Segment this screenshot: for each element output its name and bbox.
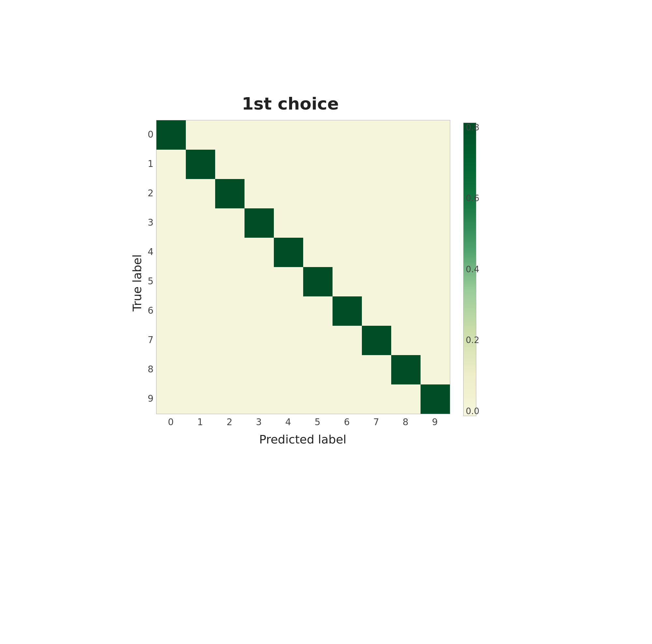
matrix-cell [215, 120, 244, 150]
matrix-cell [420, 326, 450, 355]
matrix-cell [332, 384, 362, 414]
colorbar-tick-label: 0.2 [466, 335, 479, 345]
figure-container: 1st choice True label 0123456789 0123456… [130, 94, 522, 551]
y-tick-label: 4 [148, 237, 154, 267]
x-tick-label: 6 [332, 417, 361, 428]
matrix-cell [362, 384, 391, 414]
matrix-cell [215, 384, 244, 414]
matrix-cell [332, 238, 362, 267]
x-tick-label: 4 [273, 417, 303, 428]
matrix-cell [244, 267, 274, 296]
matrix-cell [362, 179, 391, 208]
x-tick-label: 0 [156, 417, 186, 428]
matrix-cell [244, 355, 274, 384]
matrix-cell [215, 355, 244, 384]
y-tick-label: 9 [148, 384, 154, 413]
matrix-cell [332, 296, 362, 326]
matrix-cell [303, 355, 332, 384]
matrix-cell [303, 120, 332, 150]
matrix-cell [244, 384, 274, 414]
colorbar-tick-label: 0.8 [466, 123, 479, 132]
matrix-cell [274, 267, 303, 296]
matrix-cell [391, 267, 420, 296]
matrix-cell [391, 179, 420, 208]
matrix-cell [391, 296, 420, 326]
matrix-cell [274, 179, 303, 208]
matrix-cell [186, 267, 215, 296]
y-tick-label: 2 [148, 179, 154, 208]
chart-title: 1st choice [242, 94, 339, 113]
matrix-cell [391, 238, 420, 267]
y-tick-label: 7 [148, 325, 154, 355]
matrix-cell [420, 208, 450, 238]
matrix-cell [420, 179, 450, 208]
matrix-cell [186, 296, 215, 326]
matrix-cell [157, 150, 186, 179]
matrix-cell [157, 208, 186, 238]
matrix-cell [362, 208, 391, 238]
x-tick-label: 8 [391, 417, 420, 428]
y-tick-label: 8 [148, 355, 154, 384]
matrix-cell [362, 296, 391, 326]
matrix-cell [303, 208, 332, 238]
matrix-cell [303, 384, 332, 414]
matrix-cell [420, 296, 450, 326]
matrix-cell [186, 238, 215, 267]
x-tick-label: 1 [186, 417, 215, 428]
matrix-cell [274, 150, 303, 179]
y-tick-label: 0 [148, 120, 154, 149]
matrix-cell [303, 179, 332, 208]
matrix-cell [274, 326, 303, 355]
matrix-cell [332, 179, 362, 208]
matrix-cell [303, 150, 332, 179]
matrix-cell [215, 150, 244, 179]
matrix-cell [244, 150, 274, 179]
matrix-cell [274, 120, 303, 150]
matrix-cell [186, 326, 215, 355]
matrix-cell [362, 267, 391, 296]
matrix-cell [215, 296, 244, 326]
confusion-matrix [156, 120, 450, 414]
matrix-cell [420, 238, 450, 267]
colorbar-wrapper: 0.80.60.40.20.0 [463, 123, 476, 416]
x-tick-labels: 0123456789 [156, 417, 450, 428]
matrix-cell [244, 238, 274, 267]
matrix-cell [420, 384, 450, 414]
matrix-cell [215, 179, 244, 208]
matrix-cell [157, 179, 186, 208]
matrix-cell [420, 267, 450, 296]
x-axis-label: Predicted label [156, 433, 450, 446]
y-tick-label: 6 [148, 296, 154, 325]
x-tick-label: 7 [361, 417, 391, 428]
matrix-cell [186, 384, 215, 414]
matrix-cell [186, 120, 215, 150]
matrix-cell [186, 208, 215, 238]
colorbar-container: 0.80.60.40.20.0 [463, 123, 476, 416]
matrix-cell [186, 355, 215, 384]
matrix-cell [244, 296, 274, 326]
matrix-cell [303, 267, 332, 296]
colorbar-tick-label: 0.0 [466, 406, 479, 416]
y-axis-label: True label [130, 254, 144, 312]
matrix-cell [157, 238, 186, 267]
matrix-cell [332, 326, 362, 355]
y-tick-label: 1 [148, 149, 154, 179]
matrix-cell [303, 326, 332, 355]
matrix-cell [157, 355, 186, 384]
matrix-cell [332, 267, 362, 296]
y-tick-label: 5 [148, 267, 154, 296]
chart-area: 1st choice True label 0123456789 0123456… [130, 94, 450, 446]
matrix-cell [244, 208, 274, 238]
matrix-cell [274, 355, 303, 384]
matrix-cell [303, 238, 332, 267]
x-tick-label: 9 [420, 417, 450, 428]
x-tick-label: 3 [244, 417, 273, 428]
matrix-cell [157, 120, 186, 150]
matrix-cell [420, 355, 450, 384]
y-tick-label: 3 [148, 208, 154, 237]
matrix-cell [332, 120, 362, 150]
matrix-cell [244, 326, 274, 355]
chart-with-axes: True label 0123456789 0123456789 Predict… [130, 120, 450, 446]
matrix-cell [215, 208, 244, 238]
matrix-cell [215, 326, 244, 355]
